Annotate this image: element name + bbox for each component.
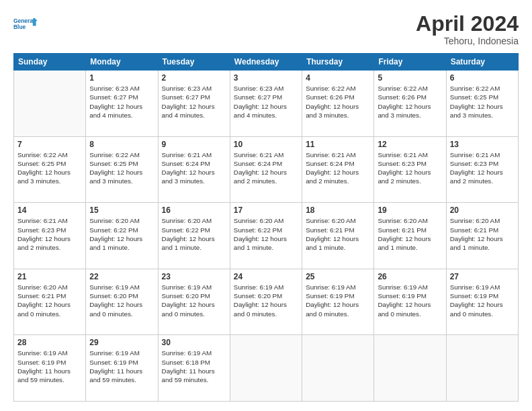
- cell-info-text: Sunrise: 6:19 AM Sunset: 6:18 PM Dayligh…: [162, 349, 226, 384]
- calendar-cell: 19Sunrise: 6:20 AM Sunset: 6:21 PM Dayli…: [374, 203, 446, 269]
- header-wednesday: Wednesday: [230, 54, 302, 71]
- week-row-1: 1Sunrise: 6:23 AM Sunset: 6:27 PM Daylig…: [14, 71, 519, 137]
- cell-day-number: 1: [89, 73, 154, 83]
- header-thursday: Thursday: [302, 54, 374, 71]
- cell-info-text: Sunrise: 6:21 AM Sunset: 6:24 PM Dayligh…: [306, 150, 370, 186]
- cell-day-number: 20: [450, 205, 515, 215]
- cell-day-number: 13: [450, 140, 515, 149]
- calendar-cell: 15Sunrise: 6:20 AM Sunset: 6:22 PM Dayli…: [86, 203, 158, 269]
- cell-day-number: 21: [17, 272, 82, 281]
- cell-info-text: Sunrise: 6:20 AM Sunset: 6:21 PM Dayligh…: [306, 216, 370, 252]
- header-sunday: Sunday: [14, 54, 86, 71]
- cell-day-number: 16: [162, 205, 226, 215]
- calendar-header-row: SundayMondayTuesdayWednesdayThursdayFrid…: [14, 54, 519, 71]
- cell-info-text: Sunrise: 6:22 AM Sunset: 6:25 PM Dayligh…: [89, 150, 154, 186]
- cell-day-number: 10: [234, 140, 298, 149]
- header-monday: Monday: [86, 54, 158, 71]
- calendar-cell: 8Sunrise: 6:22 AM Sunset: 6:25 PM Daylig…: [86, 136, 158, 203]
- cell-info-text: Sunrise: 6:19 AM Sunset: 6:19 PM Dayligh…: [306, 283, 370, 318]
- calendar-cell: 5Sunrise: 6:22 AM Sunset: 6:26 PM Daylig…: [374, 71, 446, 137]
- cell-info-text: Sunrise: 6:21 AM Sunset: 6:24 PM Dayligh…: [162, 150, 226, 186]
- week-row-2: 7Sunrise: 6:22 AM Sunset: 6:25 PM Daylig…: [14, 136, 519, 203]
- cell-day-number: 17: [234, 205, 298, 215]
- calendar-title: April 2024: [416, 12, 519, 36]
- calendar-cell: 21Sunrise: 6:20 AM Sunset: 6:21 PM Dayli…: [14, 269, 86, 335]
- cell-day-number: 30: [162, 338, 226, 347]
- calendar-cell: 22Sunrise: 6:19 AM Sunset: 6:20 PM Dayli…: [86, 269, 158, 335]
- cell-info-text: Sunrise: 6:20 AM Sunset: 6:22 PM Dayligh…: [89, 216, 154, 252]
- calendar-cell: 7Sunrise: 6:22 AM Sunset: 6:25 PM Daylig…: [14, 136, 86, 203]
- cell-info-text: Sunrise: 6:20 AM Sunset: 6:21 PM Dayligh…: [17, 283, 82, 318]
- calendar-cell: 12Sunrise: 6:21 AM Sunset: 6:23 PM Dayli…: [374, 136, 446, 203]
- cell-info-text: Sunrise: 6:19 AM Sunset: 6:19 PM Dayligh…: [89, 349, 154, 384]
- cell-day-number: 8: [89, 140, 154, 149]
- cell-day-number: 29: [89, 338, 154, 347]
- cell-day-number: 19: [378, 205, 442, 215]
- cell-day-number: 26: [378, 272, 442, 281]
- calendar-cell: 23Sunrise: 6:19 AM Sunset: 6:20 PM Dayli…: [158, 269, 230, 335]
- cell-info-text: Sunrise: 6:23 AM Sunset: 6:27 PM Dayligh…: [89, 84, 154, 120]
- header-tuesday: Tuesday: [158, 54, 230, 71]
- cell-day-number: 4: [306, 73, 370, 83]
- calendar-cell: 20Sunrise: 6:20 AM Sunset: 6:21 PM Dayli…: [446, 203, 518, 269]
- cell-info-text: Sunrise: 6:20 AM Sunset: 6:21 PM Dayligh…: [450, 216, 515, 252]
- calendar-cell: 9Sunrise: 6:21 AM Sunset: 6:24 PM Daylig…: [158, 136, 230, 203]
- calendar-cell: 3Sunrise: 6:23 AM Sunset: 6:27 PM Daylig…: [230, 71, 302, 137]
- cell-day-number: 3: [234, 73, 298, 83]
- calendar-cell: 25Sunrise: 6:19 AM Sunset: 6:19 PM Dayli…: [302, 269, 374, 335]
- calendar-location: Tehoru, Indonesia: [416, 36, 519, 46]
- cell-info-text: Sunrise: 6:19 AM Sunset: 6:20 PM Dayligh…: [162, 283, 226, 318]
- cell-info-text: Sunrise: 6:20 AM Sunset: 6:22 PM Dayligh…: [162, 216, 226, 252]
- page: General Blue April 2024 Tehoru, Indonesi…: [0, 0, 532, 411]
- header-friday: Friday: [374, 54, 446, 71]
- week-row-4: 21Sunrise: 6:20 AM Sunset: 6:21 PM Dayli…: [14, 269, 519, 335]
- calendar-cell: [302, 335, 374, 402]
- cell-day-number: 11: [306, 140, 370, 149]
- calendar-cell: 30Sunrise: 6:19 AM Sunset: 6:18 PM Dayli…: [158, 335, 230, 402]
- calendar-cell: [446, 335, 518, 402]
- calendar-cell: 27Sunrise: 6:19 AM Sunset: 6:19 PM Dayli…: [446, 269, 518, 335]
- calendar-cell: 1Sunrise: 6:23 AM Sunset: 6:27 PM Daylig…: [86, 71, 158, 137]
- cell-info-text: Sunrise: 6:22 AM Sunset: 6:26 PM Dayligh…: [378, 84, 442, 120]
- header: General Blue April 2024 Tehoru, Indonesi…: [13, 12, 519, 46]
- cell-info-text: Sunrise: 6:23 AM Sunset: 6:27 PM Dayligh…: [234, 84, 298, 120]
- cell-info-text: Sunrise: 6:22 AM Sunset: 6:25 PM Dayligh…: [17, 150, 82, 186]
- cell-info-text: Sunrise: 6:21 AM Sunset: 6:24 PM Dayligh…: [234, 150, 298, 186]
- cell-day-number: 12: [378, 140, 442, 149]
- cell-day-number: 9: [162, 140, 226, 149]
- calendar-cell: 2Sunrise: 6:23 AM Sunset: 6:27 PM Daylig…: [158, 71, 230, 137]
- cell-day-number: 14: [17, 205, 82, 215]
- cell-info-text: Sunrise: 6:19 AM Sunset: 6:20 PM Dayligh…: [89, 283, 154, 318]
- cell-info-text: Sunrise: 6:19 AM Sunset: 6:19 PM Dayligh…: [378, 283, 442, 318]
- cell-day-number: 5: [378, 73, 442, 83]
- calendar-cell: 29Sunrise: 6:19 AM Sunset: 6:19 PM Dayli…: [86, 335, 158, 402]
- calendar-table: SundayMondayTuesdayWednesdayThursdayFrid…: [13, 53, 519, 402]
- cell-day-number: 24: [234, 272, 298, 281]
- cell-info-text: Sunrise: 6:19 AM Sunset: 6:20 PM Dayligh…: [234, 283, 298, 318]
- logo: General Blue: [13, 12, 38, 36]
- cell-day-number: 28: [17, 338, 82, 347]
- cell-info-text: Sunrise: 6:21 AM Sunset: 6:23 PM Dayligh…: [450, 150, 515, 186]
- header-saturday: Saturday: [446, 54, 518, 71]
- svg-text:General: General: [13, 17, 34, 24]
- calendar-cell: [230, 335, 302, 402]
- calendar-cell: 10Sunrise: 6:21 AM Sunset: 6:24 PM Dayli…: [230, 136, 302, 203]
- calendar-cell: 18Sunrise: 6:20 AM Sunset: 6:21 PM Dayli…: [302, 203, 374, 269]
- cell-day-number: 18: [306, 205, 370, 215]
- cell-info-text: Sunrise: 6:21 AM Sunset: 6:23 PM Dayligh…: [17, 216, 82, 252]
- cell-info-text: Sunrise: 6:22 AM Sunset: 6:26 PM Dayligh…: [306, 84, 370, 120]
- cell-info-text: Sunrise: 6:20 AM Sunset: 6:22 PM Dayligh…: [234, 216, 298, 252]
- calendar-cell: 13Sunrise: 6:21 AM Sunset: 6:23 PM Dayli…: [446, 136, 518, 203]
- calendar-cell: 17Sunrise: 6:20 AM Sunset: 6:22 PM Dayli…: [230, 203, 302, 269]
- cell-day-number: 15: [89, 205, 154, 215]
- cell-info-text: Sunrise: 6:19 AM Sunset: 6:19 PM Dayligh…: [450, 283, 515, 318]
- svg-text:Blue: Blue: [13, 24, 26, 30]
- title-block: April 2024 Tehoru, Indonesia: [416, 12, 519, 46]
- cell-day-number: 27: [450, 272, 515, 281]
- cell-day-number: 7: [17, 140, 82, 149]
- calendar-cell: 6Sunrise: 6:22 AM Sunset: 6:25 PM Daylig…: [446, 71, 518, 137]
- cell-info-text: Sunrise: 6:23 AM Sunset: 6:27 PM Dayligh…: [162, 84, 226, 120]
- calendar-cell: 26Sunrise: 6:19 AM Sunset: 6:19 PM Dayli…: [374, 269, 446, 335]
- cell-day-number: 22: [89, 272, 154, 281]
- cell-info-text: Sunrise: 6:19 AM Sunset: 6:19 PM Dayligh…: [17, 349, 82, 384]
